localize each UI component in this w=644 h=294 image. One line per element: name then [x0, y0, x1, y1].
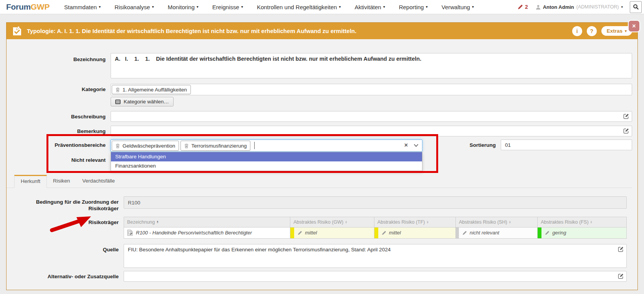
column-header-label: Bezeichnung	[127, 219, 155, 225]
caret-down-icon: ▾	[339, 5, 341, 9]
nav-item-monitoring[interactable]: Monitoring▾	[168, 4, 199, 10]
app-logo[interactable]: ForumGWP	[6, 2, 50, 12]
dialog-header: Typologie: A. I. 1. 1. Die Identität der…	[7, 23, 637, 39]
dialog-title: Typologie: A. I. 1. 1. Die Identität der…	[27, 28, 568, 34]
column-header-risiko-sh[interactable]: Abstraktes Risiko (SH)▴▾	[455, 217, 537, 227]
nicht-relevant-label: Nicht relevant	[7, 156, 111, 164]
sortierung-input[interactable]: 01	[501, 140, 632, 150]
edit-icon[interactable]	[618, 246, 624, 252]
tab-risiken[interactable]: Risiken	[47, 175, 76, 188]
nav-item-risikoanalyse[interactable]: Risikoanalyse▾	[114, 4, 154, 10]
sort-icons: ▴▾	[157, 221, 158, 224]
info-icon: i	[576, 28, 578, 34]
extras-button[interactable]: Extras▾	[601, 26, 632, 36]
pencil-icon	[545, 231, 550, 235]
help-button[interactable]: ?	[587, 26, 597, 36]
nav-item-label: Risikoanalyse	[114, 4, 150, 10]
column-header-risiko-gw[interactable]: Abstraktes Risiko (GW)▴▾	[290, 217, 374, 227]
pencil-icon	[298, 231, 302, 235]
close-button[interactable]: ×	[628, 20, 640, 32]
tab-herkunft[interactable]: Herkunft	[14, 175, 47, 188]
cell-risiko-fs[interactable]: gering	[538, 227, 627, 238]
edit-icon[interactable]	[623, 128, 629, 134]
bedingung-value-field: R100	[124, 196, 627, 209]
bezeichnung-label: Bezeichnung	[7, 53, 111, 63]
nav-item-verwaltung[interactable]: Verwaltung▾	[442, 4, 474, 10]
table-row[interactable]: R100 - Handelnde Person/wirtschaftlich B…	[124, 227, 627, 238]
cell-bezeichnung[interactable]: R100 - Handelnde Person/wirtschaftlich B…	[124, 227, 290, 238]
bedingung-label: Bedingung für die Zuordnung der Risikotr…	[7, 196, 124, 212]
tab-pane-herkunft: Bedingung für die Zuordnung der Risikotr…	[7, 188, 632, 282]
column-header-label: Abstraktes Risiko (SH)	[459, 219, 507, 225]
praeventionsbereich-tag-terrorismus[interactable]: Terrorismusfinanzierung	[180, 141, 250, 151]
nav-item-label: Kontrollen und Regeltätigkeiten	[257, 4, 337, 10]
nav-item-label: Ereignisse	[212, 4, 239, 10]
beschreibung-input[interactable]	[111, 111, 632, 122]
caret-down-icon: ▾	[152, 5, 154, 9]
edit-icon[interactable]	[623, 113, 629, 119]
column-header-bezeichnung[interactable]: Bezeichnung▴▾	[124, 217, 290, 227]
cell-risiko-sh[interactable]: nicht relevant	[455, 227, 537, 238]
pencil-icon	[462, 231, 467, 235]
caret-down-icon: ▾	[472, 5, 474, 9]
dropdown-option-strafbare-handlungen[interactable]: Strafbare Handlungen	[111, 152, 422, 161]
sort-icons: ▴▾	[509, 221, 511, 224]
column-header-label: Abstraktes Risiko (FS)	[541, 219, 588, 225]
nav-item-reporting[interactable]: Reporting▾	[399, 4, 428, 10]
cell-risiko-gw[interactable]: mittel	[290, 227, 374, 238]
sortierung-label: Sortierung	[422, 140, 501, 152]
praeventionsbereiche-label: Präventionsbereiche	[7, 140, 111, 149]
praeventionsbereiche-multiselect[interactable]: Geldwäscheprävention Terrorismusfinanzie…	[111, 140, 422, 152]
sort-desc-icon: ▾	[345, 222, 347, 224]
cell-risiko-tf[interactable]: mittel	[374, 227, 455, 238]
dropdown-option-finanzsanktionen[interactable]: Finanzsanktionen	[111, 161, 422, 171]
quelle-textarea[interactable]: FIU: Besondere Anhaltspunktepapier für d…	[124, 244, 627, 268]
pending-edits-badge[interactable]: 2	[518, 4, 528, 10]
multiselect-controls: ×	[404, 142, 419, 148]
search-button[interactable]	[630, 1, 642, 13]
risikotraeger-row: Risikoträger Bezeichnung▴▾ Abstraktes Ri…	[7, 217, 627, 239]
sort-icons: ▴▾	[591, 221, 592, 224]
bezeichnung-textarea[interactable]: A. I. 1. 1. Die Identität der wirtschaft…	[111, 53, 632, 78]
column-header-risiko-fs[interactable]: Abstraktes Risiko (FS)▴▾	[538, 217, 627, 227]
caret-down-icon: ▾	[426, 5, 428, 9]
nav-item-ereignisse[interactable]: Ereignisse▾	[212, 4, 243, 10]
praeventionsbereich-tag-geldwaesche[interactable]: Geldwäscheprävention	[112, 141, 179, 151]
nav-item-label: Reporting	[399, 4, 424, 10]
search-icon	[633, 4, 639, 10]
nav-item-label: Stammdaten	[64, 4, 97, 10]
chevron-down-icon[interactable]	[414, 144, 419, 147]
praeventionsbereiche-row: Präventionsbereiche Geldwäscheprävention…	[7, 140, 632, 152]
clear-icon[interactable]: ×	[404, 142, 408, 148]
edit-icon[interactable]	[618, 273, 624, 279]
kategorie-tag[interactable]: 1. Allgemeine Auffälligkeiten	[112, 85, 191, 94]
nav-item-label: Aktivitäten	[354, 4, 381, 10]
nav-item-label: Monitoring	[168, 4, 195, 10]
alternativquelle-input[interactable]	[124, 271, 627, 282]
user-menu[interactable]: Anton Admin (ADMINISTRATOR) ▾	[536, 4, 623, 10]
beschreibung-row: Beschreibung	[7, 111, 632, 122]
caret-down-icon: ▾	[241, 5, 243, 9]
kategorie-tagbox[interactable]: 1. Allgemeine Auffälligkeiten	[111, 84, 632, 95]
trash-icon	[184, 143, 189, 148]
kategorie-waehlen-button[interactable]: Kategorie wählen…	[111, 97, 174, 106]
tab-bar: Herkunft Risiken Verdachtsfälle	[7, 175, 632, 188]
risk-level-color-bar	[290, 228, 294, 238]
column-header-risiko-tf[interactable]: Abstraktes Risiko (TF)▴▾	[374, 217, 455, 227]
extras-label: Extras	[607, 28, 622, 34]
tag-label: Geldwäscheprävention	[123, 143, 175, 149]
nav-item-stammdaten[interactable]: Stammdaten▾	[64, 4, 101, 10]
nav-item-aktivitaeten[interactable]: Aktivitäten▾	[354, 4, 385, 10]
sort-icons: ▴▾	[345, 221, 347, 224]
pencil-icon	[518, 4, 523, 10]
help-icon: ?	[590, 28, 593, 34]
nav-item-kontrollen[interactable]: Kontrollen und Regeltätigkeiten▾	[257, 4, 341, 10]
user-role: (ADMINISTRATOR)	[576, 4, 619, 10]
trash-icon	[116, 87, 120, 92]
tab-verdachtsfaelle[interactable]: Verdachtsfälle	[76, 175, 121, 188]
user-name: Anton Admin	[543, 4, 574, 10]
beschreibung-label: Beschreibung	[7, 111, 111, 120]
risk-level-color-bar	[538, 228, 541, 238]
bemerkung-input[interactable]	[111, 126, 632, 136]
info-button[interactable]: i	[572, 26, 582, 36]
